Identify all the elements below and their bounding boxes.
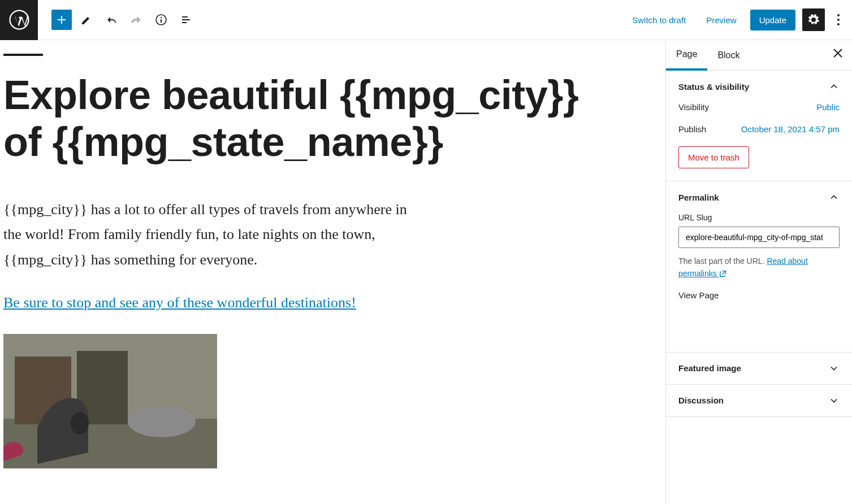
page-title[interactable]: Explore beautiful {{mpg_city}} of {{mpg_… <box>3 72 597 166</box>
external-link-icon <box>719 270 727 277</box>
workspace: Explore beautiful {{mpg_city}} of {{mpg_… <box>0 40 852 504</box>
svg-point-4 <box>837 14 840 16</box>
wordpress-logo[interactable] <box>0 0 38 40</box>
plus-icon <box>55 13 68 27</box>
edit-tool-button[interactable] <box>76 10 97 30</box>
more-options-button[interactable] <box>832 8 845 31</box>
street-scene-image <box>3 334 217 468</box>
visibility-row: Visibility Public <box>678 102 840 112</box>
outline-button[interactable] <box>176 10 196 30</box>
chevron-down-icon <box>828 395 840 406</box>
panel-title: Status & visibility <box>678 82 749 92</box>
gear-icon <box>807 13 820 27</box>
svg-point-5 <box>837 19 840 21</box>
undo-icon <box>105 13 118 27</box>
featured-image-toggle[interactable]: Featured image <box>666 353 852 384</box>
status-visibility-panel: Status & visibility Visibility Public Pu… <box>666 71 852 181</box>
panel-title: Discussion <box>678 396 724 405</box>
discussion-toggle[interactable]: Discussion <box>666 385 852 416</box>
permalink-toggle[interactable]: Permalink <box>666 181 852 213</box>
svg-point-6 <box>837 23 840 25</box>
settings-button[interactable] <box>802 8 825 31</box>
wordpress-icon <box>9 10 29 30</box>
move-to-trash-button[interactable]: Move to trash <box>678 146 749 168</box>
url-slug-input[interactable] <box>678 227 840 248</box>
paragraph-block[interactable]: {{mpg_city}} has a lot to offer all type… <box>3 197 410 273</box>
info-icon <box>154 13 168 27</box>
svg-point-11 <box>128 406 196 437</box>
publish-label: Publish <box>678 124 706 134</box>
status-visibility-toggle[interactable]: Status & visibility <box>666 71 852 102</box>
url-slug-label: URL Slug <box>678 213 840 222</box>
permalink-panel: Permalink URL Slug The last part of the … <box>666 181 852 353</box>
editor-canvas[interactable]: Explore beautiful {{mpg_city}} of {{mpg_… <box>0 40 665 504</box>
chevron-down-icon <box>828 363 840 374</box>
visibility-value[interactable]: Public <box>816 102 840 112</box>
update-button[interactable]: Update <box>750 10 795 31</box>
preview-button[interactable]: Preview <box>699 11 743 29</box>
title-separator <box>3 54 43 56</box>
kebab-icon <box>837 14 840 25</box>
visibility-label: Visibility <box>678 102 709 112</box>
tab-page[interactable]: Page <box>666 40 707 71</box>
switch-to-draft-button[interactable]: Switch to draft <box>625 11 693 29</box>
close-icon <box>833 48 843 58</box>
redo-icon <box>129 13 143 27</box>
panel-title: Featured image <box>678 363 741 373</box>
undo-button[interactable] <box>101 10 122 30</box>
publish-row: Publish October 18, 2021 4:57 pm <box>678 124 840 134</box>
pencil-icon <box>80 13 93 27</box>
slug-help-prefix: The last part of the URL. <box>678 257 767 266</box>
add-block-button[interactable] <box>51 10 72 30</box>
svg-rect-2 <box>161 19 162 23</box>
featured-image-panel: Featured image <box>666 353 852 385</box>
view-page-link[interactable]: View Page <box>678 290 840 300</box>
svg-rect-3 <box>161 17 162 18</box>
list-icon <box>179 13 193 27</box>
chevron-up-icon <box>828 192 840 203</box>
publish-value[interactable]: October 18, 2021 4:57 pm <box>741 124 840 134</box>
toolbar-buttons <box>38 10 196 30</box>
info-button[interactable] <box>151 10 171 30</box>
settings-sidebar: Page Block Status & visibility Visibilit… <box>665 40 852 504</box>
svg-point-0 <box>10 11 28 29</box>
sidebar-tabs: Page Block <box>666 40 852 71</box>
discussion-panel: Discussion <box>666 385 852 417</box>
svg-point-12 <box>71 412 89 435</box>
chevron-up-icon <box>828 81 840 92</box>
close-sidebar-button[interactable] <box>833 48 843 60</box>
tab-block[interactable]: Block <box>707 41 750 69</box>
topbar: Switch to draft Preview Update <box>0 0 852 40</box>
topbar-left <box>0 0 196 40</box>
slug-help-text: The last part of the URL. Read about per… <box>678 255 840 280</box>
redo-button[interactable] <box>126 10 146 30</box>
topbar-right: Switch to draft Preview Update <box>625 8 852 31</box>
link-block[interactable]: Be sure to stop and see any of these won… <box>3 294 356 311</box>
image-block[interactable]: cc-nc <box>3 334 217 468</box>
panel-title: Permalink <box>678 193 719 202</box>
